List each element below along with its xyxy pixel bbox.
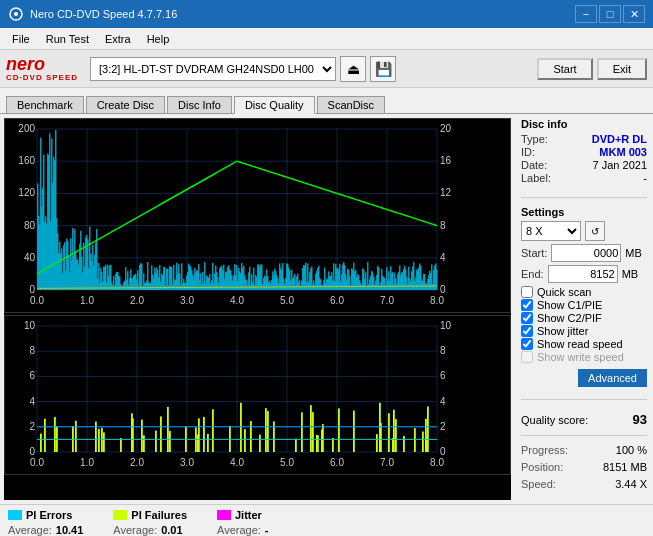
- progress-speed-row: Speed: 3.44 X: [521, 478, 647, 490]
- disc-date-value: 7 Jan 2021: [593, 159, 647, 171]
- advanced-button[interactable]: Advanced: [578, 369, 647, 387]
- svg-point-1: [14, 12, 18, 16]
- pi-errors-label: PI Errors: [26, 509, 72, 521]
- jitter-avg: Average: -: [217, 524, 282, 536]
- progress-position-row: Position: 8151 MB: [521, 461, 647, 473]
- tab-scandisc[interactable]: ScanDisc: [317, 96, 385, 113]
- chart-area: [4, 118, 511, 500]
- show-read-speed-row: Show read speed: [521, 338, 647, 350]
- quick-scan-label: Quick scan: [537, 286, 591, 298]
- start-button[interactable]: Start: [537, 58, 592, 80]
- show-c2pif-label: Show C2/PIF: [537, 312, 602, 324]
- menubar: File Run Test Extra Help: [0, 28, 653, 50]
- divider-1: [521, 197, 647, 198]
- quality-score-row: Quality score: 93: [521, 412, 647, 427]
- show-c2pif-checkbox[interactable]: [521, 312, 533, 324]
- exit-button[interactable]: Exit: [597, 58, 647, 80]
- pi-failures-group: PI Failures Average: 0.01 Maximum: 3 Tot…: [113, 509, 187, 536]
- disc-id-row: ID: MKM 003: [521, 146, 647, 158]
- pi-errors-avg-value: 10.41: [56, 524, 84, 536]
- disc-label-row: Label: -: [521, 172, 647, 184]
- save-icon-button[interactable]: 💾: [370, 56, 396, 82]
- menu-file[interactable]: File: [4, 31, 38, 47]
- disc-info-title: Disc info: [521, 118, 647, 130]
- pi-errors-legend: PI Errors: [8, 509, 83, 521]
- right-panel: Disc info Type: DVD+R DL ID: MKM 003 Dat…: [515, 114, 653, 504]
- disc-info-section: Disc info Type: DVD+R DL ID: MKM 003 Dat…: [521, 118, 647, 185]
- end-label: End:: [521, 268, 544, 280]
- pi-errors-color: [8, 510, 22, 520]
- position-label: Position:: [521, 461, 563, 473]
- disc-label-value: -: [643, 172, 647, 184]
- window-title: Nero CD-DVD Speed 4.7.7.16: [30, 8, 177, 20]
- disc-type-value: DVD+R DL: [592, 133, 647, 145]
- speed-row: 8 X ↺: [521, 221, 647, 241]
- drive-select[interactable]: [3:2] HL-DT-ST DVDRAM GH24NSD0 LH00: [90, 57, 336, 81]
- end-mb-row: End: MB: [521, 265, 647, 283]
- pi-failures-avg-value: 0.01: [161, 524, 182, 536]
- pi-errors-avg: Average: 10.41: [8, 524, 83, 536]
- tab-benchmark[interactable]: Benchmark: [6, 96, 84, 113]
- show-c1pie-label: Show C1/PIE: [537, 299, 602, 311]
- nero-logo: nero CD·DVD SPEED: [6, 55, 78, 82]
- menu-help[interactable]: Help: [139, 31, 178, 47]
- disc-id-label: ID:: [521, 146, 535, 158]
- show-read-speed-label: Show read speed: [537, 338, 623, 350]
- show-c1pie-row: Show C1/PIE: [521, 299, 647, 311]
- start-mb-row: Start: MB: [521, 244, 647, 262]
- toolbar: nero CD·DVD SPEED [3:2] HL-DT-ST DVDRAM …: [0, 50, 653, 88]
- tab-create-disc[interactable]: Create Disc: [86, 96, 165, 113]
- jitter-group: Jitter Average: - Maximum: - PO failures…: [217, 509, 282, 536]
- pi-failures-color: [113, 510, 127, 520]
- tab-disc-info[interactable]: Disc Info: [167, 96, 232, 113]
- settings-section: Settings 8 X ↺ Start: MB End: MB Quick s…: [521, 206, 647, 387]
- disc-date-label: Date:: [521, 159, 547, 171]
- show-write-speed-row: Show write speed: [521, 351, 647, 363]
- disc-type-row: Type: DVD+R DL: [521, 133, 647, 145]
- tab-disc-quality[interactable]: Disc Quality: [234, 96, 315, 114]
- pi-failures-avg: Average: 0.01: [113, 524, 187, 536]
- show-read-speed-checkbox[interactable]: [521, 338, 533, 350]
- progress-value: 100 %: [616, 444, 647, 456]
- disc-date-row: Date: 7 Jan 2021: [521, 159, 647, 171]
- progress-label: Progress:: [521, 444, 568, 456]
- bottom-chart-canvas: [5, 316, 465, 474]
- pi-failures-legend: PI Failures: [113, 509, 187, 521]
- show-jitter-row: Show jitter: [521, 325, 647, 337]
- pi-failures-label: PI Failures: [131, 509, 187, 521]
- speed-value: 3.44 X: [615, 478, 647, 490]
- close-button[interactable]: ✕: [623, 5, 645, 23]
- titlebar-left: Nero CD-DVD Speed 4.7.7.16: [8, 6, 177, 22]
- quality-score-label: Quality score:: [521, 414, 588, 426]
- pi-errors-avg-label: Average:: [8, 524, 52, 536]
- end-input[interactable]: [548, 265, 618, 283]
- minimize-button[interactable]: −: [575, 5, 597, 23]
- quick-scan-checkbox[interactable]: [521, 286, 533, 298]
- eject-icon-button[interactable]: ⏏: [340, 56, 366, 82]
- show-write-speed-checkbox: [521, 351, 533, 363]
- start-input[interactable]: [551, 244, 621, 262]
- speed-label: Speed:: [521, 478, 556, 490]
- maximize-button[interactable]: □: [599, 5, 621, 23]
- speed-select[interactable]: 8 X: [521, 221, 581, 241]
- chart-top: [4, 118, 511, 313]
- show-write-speed-label: Show write speed: [537, 351, 624, 363]
- jitter-label: Jitter: [235, 509, 262, 521]
- jitter-color: [217, 510, 231, 520]
- menu-extra[interactable]: Extra: [97, 31, 139, 47]
- disc-label-label: Label:: [521, 172, 551, 184]
- menu-run-test[interactable]: Run Test: [38, 31, 97, 47]
- refresh-button[interactable]: ↺: [585, 221, 605, 241]
- show-jitter-checkbox[interactable]: [521, 325, 533, 337]
- top-chart-canvas: [5, 119, 465, 312]
- start-label: Start:: [521, 247, 547, 259]
- titlebar: Nero CD-DVD Speed 4.7.7.16 − □ ✕: [0, 0, 653, 28]
- chart-bottom: [4, 315, 511, 475]
- jitter-avg-value: -: [265, 524, 269, 536]
- disc-id-value: MKM 003: [599, 146, 647, 158]
- disc-type-label: Type:: [521, 133, 548, 145]
- show-c1pie-checkbox[interactable]: [521, 299, 533, 311]
- divider-2: [521, 399, 647, 400]
- main-content: Disc info Type: DVD+R DL ID: MKM 003 Dat…: [0, 114, 653, 504]
- pi-failures-avg-label: Average:: [113, 524, 157, 536]
